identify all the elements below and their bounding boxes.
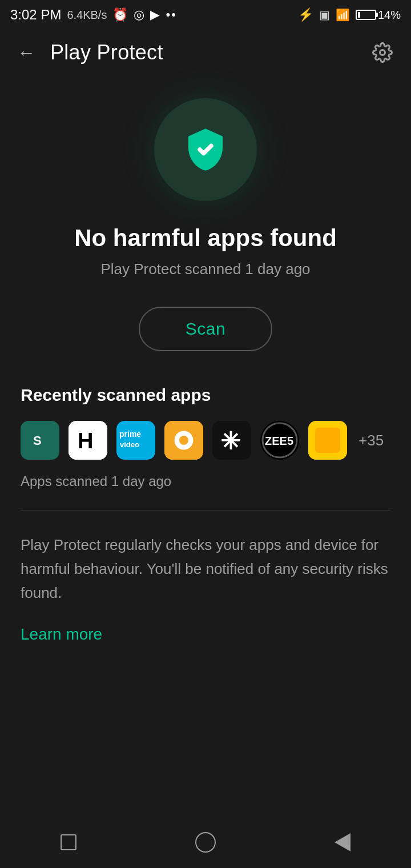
recently-scanned-section: Recently scanned apps S H primevideo ✳ Z…: [0, 385, 411, 489]
status-heading: No harmful apps found: [74, 224, 337, 252]
battery-icon: [356, 10, 376, 20]
sim-icon: ▣: [319, 8, 330, 22]
app-bar-left: ← Play Protect: [14, 40, 163, 65]
alarm-icon: ⏰: [112, 7, 128, 22]
time-display: 3:02 PM: [10, 7, 61, 23]
svg-text:ZEE5: ZEE5: [265, 435, 293, 447]
divider: [21, 510, 390, 511]
app-icon-1[interactable]: S: [21, 421, 59, 460]
bluetooth-icon: ⚡: [298, 7, 313, 22]
battery-indicator: 14%: [356, 9, 401, 22]
page-title: Play Protect: [50, 41, 163, 65]
home-icon: [195, 832, 216, 853]
dots-icon: ••: [166, 7, 176, 22]
back-triangle-icon: [335, 833, 350, 851]
gear-icon: [372, 42, 393, 63]
shield-icon-wrap: [180, 124, 231, 175]
info-section: Play Protect regularly checks your apps …: [0, 533, 411, 678]
back-button[interactable]: ←: [14, 40, 39, 65]
battery-percent: 14%: [378, 9, 401, 22]
speed-display: 6.4KB/s: [67, 9, 107, 22]
app-bar: ← Play Protect: [0, 30, 411, 75]
youtube-icon: ▶: [150, 7, 160, 22]
back-nav-button[interactable]: [320, 819, 365, 865]
app-icon-7[interactable]: [308, 421, 347, 460]
svg-text:H: H: [78, 429, 93, 453]
back-arrow-icon: ←: [17, 42, 35, 63]
info-description: Play Protect regularly checks your apps …: [21, 533, 390, 605]
app-icon-5[interactable]: ✳: [212, 421, 251, 460]
svg-text:✳: ✳: [220, 428, 240, 455]
app-icons-row: S H primevideo ✳ ZEE5 +35: [21, 421, 390, 460]
svg-point-0: [380, 50, 385, 55]
bottom-navigation: [0, 817, 411, 868]
scanned-time-label: Apps scanned 1 day ago: [21, 473, 390, 489]
shield-checkmark-icon: [183, 127, 228, 172]
status-right: ⚡ ▣ 📶 14%: [298, 7, 401, 22]
app-icon-6[interactable]: ZEE5: [260, 421, 299, 460]
status-subtext: Play Protect scanned 1 day ago: [100, 260, 310, 278]
scan-button[interactable]: Scan: [139, 307, 272, 351]
recently-scanned-title: Recently scanned apps: [21, 385, 390, 405]
shield-container: [154, 98, 257, 201]
recent-apps-icon: [61, 834, 76, 850]
battery-fill: [358, 12, 360, 18]
svg-point-10: [179, 436, 188, 445]
app-icon-4[interactable]: [164, 421, 203, 460]
signal-icon: 📶: [336, 8, 350, 22]
main-content: No harmful apps found Play Protect scann…: [0, 75, 411, 385]
learn-more-link[interactable]: Learn more: [21, 625, 102, 644]
svg-text:video: video: [120, 440, 139, 449]
home-button[interactable]: [183, 819, 228, 865]
more-apps-count: +35: [358, 432, 384, 449]
svg-text:S: S: [33, 433, 42, 448]
svg-rect-17: [315, 428, 340, 453]
status-left: 3:02 PM 6.4KB/s ⏰ ◎ ▶ ••: [10, 7, 177, 23]
app-icon-2[interactable]: H: [68, 421, 107, 460]
recent-apps-button[interactable]: [46, 819, 91, 865]
status-bar: 3:02 PM 6.4KB/s ⏰ ◎ ▶ •• ⚡ ▣ 📶 14%: [0, 0, 411, 30]
app-icon-3[interactable]: primevideo: [116, 421, 155, 460]
svg-text:prime: prime: [119, 429, 141, 439]
instagram-icon: ◎: [134, 7, 144, 22]
settings-button[interactable]: [368, 38, 397, 67]
